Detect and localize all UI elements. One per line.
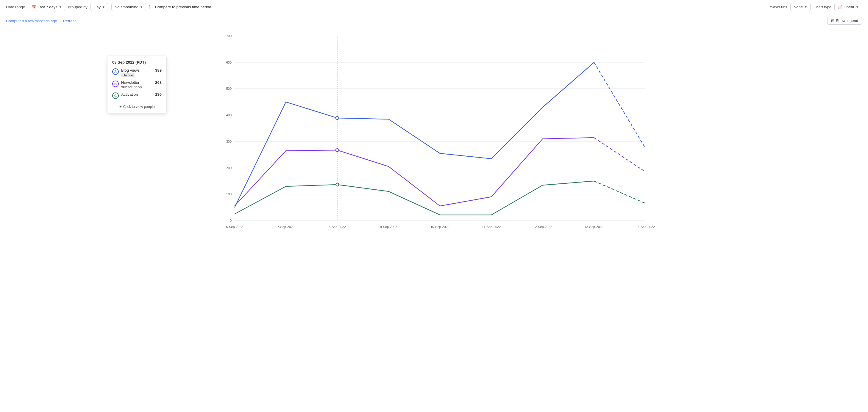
yaxis-chevron: ▼ <box>804 5 807 9</box>
tooltip-icon-a: A <box>112 68 119 75</box>
blue-line-solid <box>235 62 594 207</box>
yaxis-value: None <box>794 5 803 9</box>
chart-type-value: Linear <box>844 5 854 9</box>
show-legend-button[interactable]: ⊞ Show legend <box>827 16 862 25</box>
subbar: Computed a few seconds ago · Refresh ⊞ S… <box>0 14 868 27</box>
chart-type-chevron: ▼ <box>856 5 859 9</box>
computed-text: Computed a few seconds ago <box>6 19 57 23</box>
computed-info: Computed a few seconds ago · Refresh <box>6 19 76 23</box>
grouped-by-chevron: ▼ <box>102 5 105 9</box>
purple-dot <box>336 149 339 151</box>
refresh-button[interactable]: Refresh <box>63 19 77 23</box>
tooltip-divider <box>112 102 162 102</box>
tooltip-name-blog: Blog views <box>121 68 150 72</box>
x-label-8: 14-Sep-2022 <box>636 225 655 229</box>
y-label-0: 0 <box>230 219 231 222</box>
y-label-500: 500 <box>226 87 231 90</box>
legend-icon: ⊞ <box>831 19 834 23</box>
purple-line-solid <box>235 138 594 206</box>
x-label-0: 6-Sep-2022 <box>226 225 243 229</box>
toolbar: Date range 📅 Last 7 days ▼ grouped by Da… <box>0 0 868 14</box>
toolbar-right: Y-axis unit None ▼ Chart type 📈 Linear ▼ <box>770 3 862 11</box>
tooltip-value-activation: 136 <box>152 92 162 97</box>
compare-label: Compare to previous time period <box>155 5 211 9</box>
chart-tooltip: 08 Sep 2022 (PDT) A Blog views Unique 38… <box>107 56 167 113</box>
tooltip-icon-c: C <box>112 93 119 99</box>
tooltip-info-newsletter: Newslettersubscription <box>121 80 150 89</box>
yaxis-label: Y-axis unit <box>770 5 787 9</box>
x-label-6: 12-Sep-2022 <box>533 225 552 229</box>
dot-separator: · <box>60 19 61 23</box>
y-label-300: 300 <box>226 140 231 143</box>
chart-type-dropdown[interactable]: 📈 Linear ▼ <box>834 3 862 11</box>
tooltip-value-blog: 389 <box>152 68 162 72</box>
toolbar-left: Date range 📅 Last 7 days ▼ grouped by Da… <box>6 3 766 11</box>
calendar-icon: 📅 <box>31 5 36 9</box>
y-label-200: 200 <box>226 166 231 170</box>
smoothing-dropdown[interactable]: No smoothing ▼ <box>111 3 146 11</box>
x-label-5: 11-Sep-2022 <box>482 225 501 229</box>
tooltip-row-activation: C Activation 136 <box>112 92 162 99</box>
green-dot <box>336 183 339 186</box>
date-range-value: Last 7 days <box>37 5 57 9</box>
purple-line-dashed <box>594 138 646 172</box>
chart-container: 0 100 200 300 400 500 600 700 6-Sep- <box>0 27 868 248</box>
grouped-by-dropdown[interactable]: Day ▼ <box>91 3 108 11</box>
yaxis-dropdown[interactable]: None ▼ <box>790 3 811 11</box>
grouped-by-label: grouped by <box>68 5 88 9</box>
date-range-label: Date range <box>6 5 25 9</box>
blue-line-dashed <box>594 62 646 148</box>
y-label-100: 100 <box>226 192 231 196</box>
tooltip-badge-unique: Unique <box>121 73 134 77</box>
smoothing-value: No smoothing <box>115 5 138 9</box>
y-label-600: 600 <box>226 61 231 64</box>
grouped-by-value: Day <box>94 5 101 9</box>
green-line-dashed <box>594 181 646 203</box>
x-label-1: 7-Sep-2022 <box>277 225 295 229</box>
show-legend-label: Show legend <box>836 19 858 23</box>
tooltip-click-people[interactable]: ✦ Click to view people <box>112 105 162 109</box>
tooltip-info-blog: Blog views Unique <box>121 68 150 77</box>
tooltip-row-newsletter: B Newslettersubscription 268 <box>112 80 162 89</box>
x-label-7: 13-Sep-2022 <box>585 225 604 229</box>
y-label-400: 400 <box>226 113 231 117</box>
tooltip-name-newsletter: Newslettersubscription <box>121 80 150 89</box>
x-label-4: 10-Sep-2022 <box>430 225 450 229</box>
tooltip-row-blog: A Blog views Unique 389 <box>112 68 162 77</box>
y-label-700: 700 <box>226 34 231 38</box>
tooltip-info-activation: Activation <box>121 92 150 97</box>
chart-type-icon: 📈 <box>838 5 842 9</box>
smoothing-chevron: ▼ <box>140 5 143 9</box>
tooltip-name-activation: Activation <box>121 92 150 97</box>
tooltip-icon-b: B <box>112 80 119 87</box>
chart-type-label: Chart type <box>813 5 831 9</box>
date-range-chevron: ▼ <box>59 5 62 9</box>
compare-checkbox-input[interactable] <box>149 5 153 9</box>
tooltip-date: 08 Sep 2022 (PDT) <box>112 60 162 65</box>
tooltip-value-newsletter: 268 <box>152 80 162 85</box>
x-label-2: 8-Sep-2022 <box>329 225 346 229</box>
blue-dot <box>336 116 339 119</box>
x-label-3: 9-Sep-2022 <box>380 225 397 229</box>
date-range-dropdown[interactable]: 📅 Last 7 days ▼ <box>28 3 65 11</box>
compare-checkbox[interactable]: Compare to previous time period <box>149 5 211 9</box>
